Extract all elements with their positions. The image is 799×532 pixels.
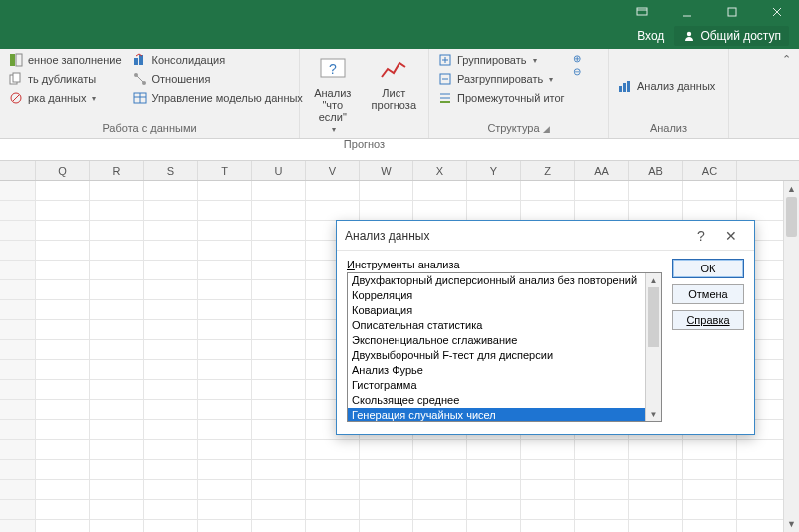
cell[interactable] — [629, 460, 683, 480]
column-header[interactable]: X — [413, 161, 467, 180]
cell[interactable] — [360, 181, 413, 201]
cell[interactable] — [575, 201, 629, 221]
cell[interactable] — [198, 300, 252, 320]
cell[interactable] — [144, 440, 198, 460]
cell[interactable] — [144, 201, 198, 221]
minimize-button[interactable] — [664, 0, 709, 23]
cell[interactable] — [575, 480, 629, 500]
column-header[interactable]: AB — [629, 161, 683, 180]
help-button[interactable]: Справка — [672, 310, 744, 330]
cell[interactable] — [144, 340, 198, 360]
cell[interactable] — [360, 500, 413, 520]
cell[interactable] — [198, 201, 252, 221]
cell[interactable] — [90, 380, 144, 400]
cell[interactable] — [306, 181, 360, 201]
column-header[interactable]: Y — [467, 161, 521, 180]
cell[interactable] — [36, 420, 90, 440]
cell[interactable] — [252, 520, 306, 532]
listbox-item[interactable]: Скользящее среднее — [348, 393, 661, 408]
vertical-scrollbar[interactable]: ▲ ▼ — [783, 181, 799, 532]
scrollbar-thumb[interactable] — [786, 197, 797, 237]
column-header[interactable]: AC — [683, 161, 737, 180]
cell[interactable] — [467, 480, 521, 500]
remove-duplicates-button[interactable]: ть дубликаты — [6, 70, 124, 88]
cell[interactable] — [198, 241, 252, 261]
cell[interactable] — [144, 500, 198, 520]
cell[interactable] — [90, 320, 144, 340]
cell[interactable] — [198, 320, 252, 340]
column-header[interactable]: W — [360, 161, 413, 180]
cell[interactable] — [360, 201, 413, 221]
cell[interactable] — [306, 460, 360, 480]
cell[interactable] — [198, 340, 252, 360]
cell[interactable] — [413, 520, 467, 532]
cell[interactable] — [90, 241, 144, 261]
cell[interactable] — [252, 201, 306, 221]
cell[interactable] — [683, 181, 737, 201]
cell[interactable] — [521, 181, 575, 201]
cell[interactable] — [90, 420, 144, 440]
cell[interactable] — [198, 380, 252, 400]
sign-in-link[interactable]: Вход — [637, 29, 664, 43]
cell[interactable] — [90, 340, 144, 360]
cell[interactable] — [144, 380, 198, 400]
cell[interactable] — [467, 520, 521, 532]
cell[interactable] — [306, 201, 360, 221]
cell[interactable] — [413, 480, 467, 500]
cell[interactable] — [252, 320, 306, 340]
share-button[interactable]: Общий доступ — [674, 26, 789, 46]
cell[interactable] — [198, 181, 252, 201]
cell[interactable] — [36, 320, 90, 340]
listbox-item[interactable]: Двухвыборочный F-тест для дисперсии — [348, 348, 661, 363]
cell[interactable] — [252, 360, 306, 380]
listbox-scroll-thumb[interactable] — [648, 287, 659, 347]
listbox-item[interactable]: Корреляция — [348, 288, 661, 303]
cell[interactable] — [198, 261, 252, 280]
cell[interactable] — [198, 420, 252, 440]
cell[interactable] — [360, 480, 413, 500]
subtotal-button[interactable]: Промежуточный итог — [435, 89, 567, 107]
cell[interactable] — [90, 280, 144, 300]
cell[interactable] — [683, 520, 737, 532]
cell[interactable] — [306, 440, 360, 460]
close-window-button[interactable] — [754, 0, 799, 23]
cell[interactable] — [90, 500, 144, 520]
ok-button[interactable]: ОК — [672, 259, 744, 278]
cell[interactable] — [198, 360, 252, 380]
cell[interactable] — [252, 480, 306, 500]
cell[interactable] — [144, 520, 198, 532]
column-header[interactable]: Z — [521, 161, 575, 180]
cell[interactable] — [629, 201, 683, 221]
cell[interactable] — [521, 440, 575, 460]
cell[interactable] — [36, 460, 90, 480]
scroll-up-arrow[interactable]: ▲ — [784, 181, 799, 197]
cell[interactable] — [36, 280, 90, 300]
column-header[interactable]: T — [198, 161, 252, 180]
cell[interactable] — [306, 500, 360, 520]
cell[interactable] — [521, 500, 575, 520]
cell[interactable] — [629, 440, 683, 460]
listbox-item[interactable]: Экспоненциальное сглаживание — [348, 333, 661, 348]
cell[interactable] — [198, 280, 252, 300]
cell[interactable] — [252, 440, 306, 460]
cell[interactable] — [36, 221, 90, 241]
cell[interactable] — [90, 261, 144, 280]
listbox-scroll-down[interactable]: ▼ — [646, 407, 661, 421]
cell[interactable] — [575, 460, 629, 480]
cell[interactable] — [198, 500, 252, 520]
forecast-sheet-button[interactable]: Лист прогноза — [366, 51, 422, 136]
cell[interactable] — [36, 520, 90, 532]
maximize-button[interactable] — [709, 0, 754, 23]
cell[interactable] — [683, 201, 737, 221]
cell[interactable] — [413, 460, 467, 480]
cell[interactable] — [360, 520, 413, 532]
manage-data-model-button[interactable]: Управление моделью данных — [130, 89, 305, 107]
cell[interactable] — [198, 440, 252, 460]
cell[interactable] — [90, 440, 144, 460]
listbox-item[interactable]: Анализ Фурье — [348, 363, 661, 378]
cell[interactable] — [144, 261, 198, 280]
cell[interactable] — [90, 360, 144, 380]
column-header[interactable]: V — [306, 161, 360, 180]
cell[interactable] — [90, 201, 144, 221]
cell[interactable] — [144, 320, 198, 340]
